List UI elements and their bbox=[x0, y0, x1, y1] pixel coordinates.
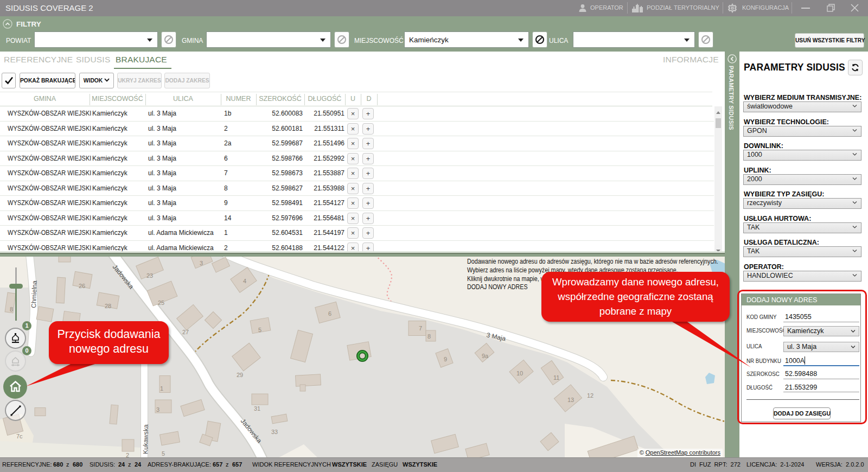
svg-text:6: 6 bbox=[328, 310, 331, 317]
svg-text:10: 10 bbox=[516, 370, 523, 377]
svg-text:5: 5 bbox=[258, 327, 261, 333]
svg-text:9a: 9a bbox=[482, 353, 489, 359]
svg-text:9: 9 bbox=[444, 356, 447, 362]
svg-text:7c: 7c bbox=[16, 433, 23, 439]
svg-text:1: 1 bbox=[160, 385, 163, 392]
svg-text:Kukawska: Kukawska bbox=[142, 424, 150, 454]
svg-text:13: 13 bbox=[567, 397, 574, 403]
svg-text:26: 26 bbox=[79, 283, 85, 289]
svg-text:5: 5 bbox=[162, 450, 165, 457]
svg-text:23: 23 bbox=[146, 272, 153, 279]
svg-text:3: 3 bbox=[156, 406, 159, 413]
svg-text:12: 12 bbox=[587, 392, 593, 399]
svg-text:29: 29 bbox=[237, 372, 243, 378]
svg-text:7: 7 bbox=[419, 325, 422, 331]
svg-text:3: 3 bbox=[200, 260, 203, 266]
svg-text:Chmielna: Chmielna bbox=[30, 280, 39, 308]
svg-text:27: 27 bbox=[182, 329, 189, 335]
svg-text:25: 25 bbox=[158, 299, 164, 306]
svg-text:8: 8 bbox=[427, 333, 431, 340]
svg-text:4: 4 bbox=[243, 278, 246, 284]
svg-text:2: 2 bbox=[126, 452, 129, 457]
svg-text:31: 31 bbox=[254, 405, 260, 412]
svg-text:33: 33 bbox=[271, 429, 278, 435]
svg-text:11: 11 bbox=[553, 374, 559, 381]
svg-text:28: 28 bbox=[105, 303, 111, 309]
